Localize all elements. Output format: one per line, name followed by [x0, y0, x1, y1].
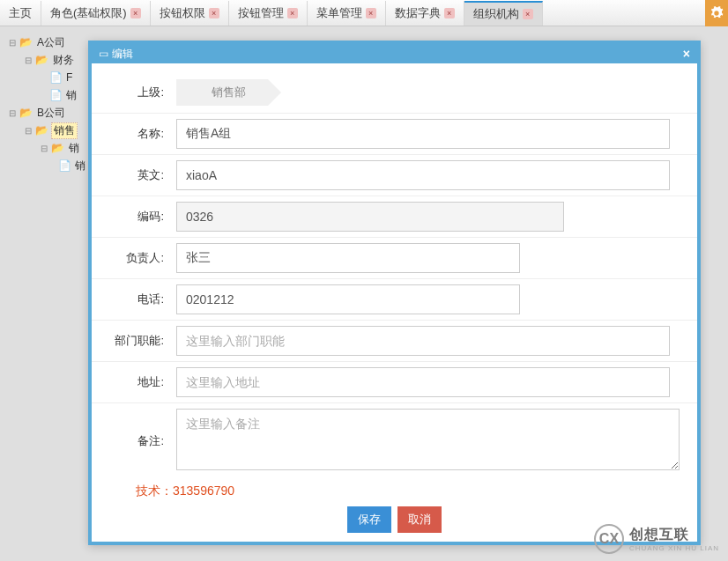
- tab-role[interactable]: 角色(基础权限)×: [41, 1, 151, 26]
- close-icon[interactable]: ×: [130, 8, 141, 18]
- folder-open-icon: [19, 107, 33, 119]
- english-label: 英文:: [92, 167, 171, 183]
- parent-breadcrumb[interactable]: 销售部: [176, 79, 281, 106]
- name-input[interactable]: [176, 119, 670, 149]
- save-button[interactable]: 保存: [347, 506, 391, 533]
- phone-input[interactable]: [176, 284, 520, 314]
- owner-input[interactable]: [176, 243, 520, 273]
- close-icon[interactable]: ×: [366, 8, 376, 18]
- logo-subtext: CHUANG XIN HU LIAN: [629, 544, 719, 552]
- file-icon: [49, 71, 63, 84]
- window-icon: ▭: [99, 45, 108, 63]
- tech-note: 技术：313596790: [92, 483, 697, 499]
- watermark-logo: CX 创想互联 CHUANG XIN HU LIAN: [594, 524, 719, 554]
- close-icon[interactable]: ×: [444, 8, 455, 18]
- dept-input[interactable]: [176, 326, 670, 356]
- address-label: 地址:: [92, 374, 171, 390]
- owner-label: 负责人:: [92, 250, 171, 266]
- dialog-title: 编辑: [112, 45, 133, 63]
- cancel-button[interactable]: 取消: [397, 506, 442, 533]
- folder-open-icon: [19, 36, 33, 48]
- tab-bar: 主页 角色(基础权限)× 按钮权限× 按钮管理× 菜单管理× 数据字典× 组织机…: [0, 0, 728, 26]
- phone-label: 电话:: [92, 292, 171, 307]
- close-icon[interactable]: ×: [209, 8, 219, 18]
- tab-menu-mgmt[interactable]: 菜单管理×: [308, 1, 386, 26]
- code-label: 编码:: [92, 209, 171, 225]
- file-icon: [49, 89, 63, 101]
- close-icon[interactable]: ×: [683, 45, 690, 63]
- tab-button-mgmt[interactable]: 按钮管理×: [229, 1, 308, 26]
- folder-open-icon: [51, 142, 65, 154]
- parent-label: 上级:: [92, 85, 171, 100]
- gear-icon[interactable]: [705, 0, 728, 26]
- code-input: [176, 202, 564, 232]
- remark-label: 备注:: [92, 433, 171, 449]
- dialog-header: ▭ 编辑 ×: [92, 44, 697, 63]
- collapse-icon[interactable]: ⊟: [25, 55, 33, 65]
- folder-open-icon: [35, 54, 49, 66]
- tab-org[interactable]: 组织机构×: [464, 1, 543, 26]
- address-input[interactable]: [176, 367, 670, 397]
- remark-textarea[interactable]: [176, 409, 680, 470]
- english-input[interactable]: [176, 160, 670, 190]
- close-icon[interactable]: ×: [523, 9, 533, 19]
- file-icon: [58, 159, 71, 172]
- collapse-icon[interactable]: ⊟: [25, 126, 33, 136]
- dialog-body: 上级: 销售部 名称: 英文: 编码: 负责人: 电话: 部门职能: [92, 63, 697, 542]
- logo-icon: CX: [594, 524, 624, 554]
- collapse-icon[interactable]: ⊟: [9, 108, 18, 118]
- tab-button-perm[interactable]: 按钮权限×: [151, 1, 229, 26]
- dept-label: 部门职能:: [92, 333, 171, 349]
- folder-open-icon: [35, 124, 49, 137]
- collapse-icon[interactable]: ⊟: [9, 38, 18, 48]
- close-icon[interactable]: ×: [287, 8, 298, 18]
- logo-text: 创想互联: [629, 526, 719, 544]
- collapse-icon[interactable]: ⊟: [41, 144, 49, 153]
- tab-data-dict[interactable]: 数据字典×: [386, 1, 464, 26]
- edit-dialog: ▭ 编辑 × 上级: 销售部 名称: 英文: 编码: 负责人:: [88, 41, 701, 545]
- name-label: 名称:: [92, 126, 171, 142]
- tab-home[interactable]: 主页: [0, 1, 41, 26]
